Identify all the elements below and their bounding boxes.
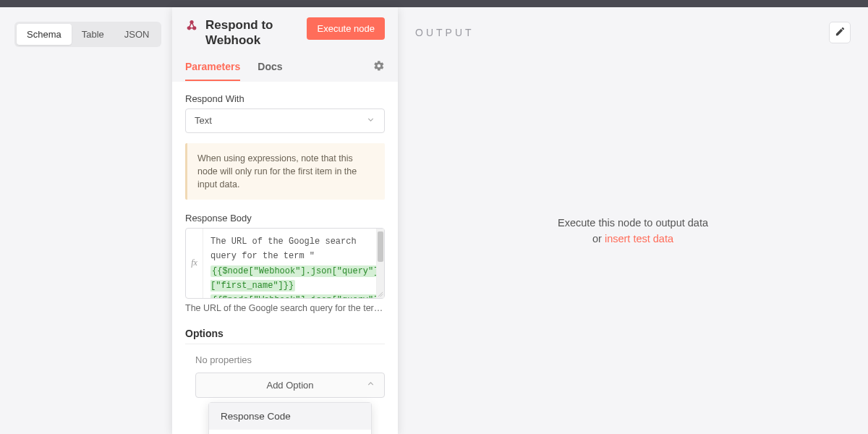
- input-column: Schema Table JSON: [0, 7, 172, 434]
- edit-output-button[interactable]: [829, 22, 851, 43]
- respond-with-label: Respond With: [185, 93, 385, 104]
- option-response-headers[interactable]: Response Headers: [209, 430, 371, 434]
- add-option-label: Add Option: [266, 380, 313, 391]
- expression-token: {{$node["Webhook"].json["query"]: [210, 294, 376, 297]
- resize-handle-icon[interactable]: [376, 290, 383, 297]
- node-edit-panel: Respond to Webhook Execute node Paramete…: [172, 7, 398, 434]
- execute-node-button[interactable]: Execute node: [307, 17, 385, 40]
- add-option-dropdown: Response Code Response Headers: [208, 402, 372, 434]
- respond-with-value: Text: [195, 115, 212, 126]
- tab-parameters[interactable]: Parameters: [185, 61, 240, 81]
- webhook-icon: [185, 19, 198, 32]
- gear-icon[interactable]: [373, 60, 385, 82]
- scrollbar[interactable]: [376, 229, 384, 298]
- chevron-up-icon: [366, 379, 375, 391]
- chevron-down-icon: [366, 115, 375, 127]
- fx-indicator: fx: [186, 229, 203, 298]
- input-view-tabs: Schema Table JSON: [14, 22, 161, 47]
- option-response-code[interactable]: Response Code: [209, 403, 371, 430]
- response-body-preview: The URL of the Google search query for t…: [185, 303, 385, 313]
- tab-table[interactable]: Table: [72, 24, 114, 45]
- empty-or: or: [592, 233, 605, 244]
- expression-token: {{$node["Webhook"].json["query"]["first_…: [210, 265, 376, 292]
- tab-json[interactable]: JSON: [114, 24, 160, 45]
- output-column: OUTPUT Execute this node to output data …: [398, 7, 868, 434]
- panel-header: Respond to Webhook Execute node Paramete…: [172, 7, 398, 82]
- code-content[interactable]: The URL of the Google search query for t…: [203, 229, 376, 298]
- node-title: Respond to Webhook: [205, 17, 299, 48]
- insert-test-data-link[interactable]: insert test data: [605, 233, 673, 244]
- options-heading: Options: [185, 328, 385, 344]
- tab-docs[interactable]: Docs: [258, 61, 282, 81]
- pencil-icon: [835, 26, 846, 40]
- response-body-label: Response Body: [185, 213, 385, 224]
- response-body-editor[interactable]: fx The URL of the Google search query fo…: [185, 228, 385, 299]
- empty-line-1: Execute this node to output data: [558, 216, 708, 231]
- no-properties-text: No properties: [195, 354, 385, 365]
- expression-info-callout: When using expressions, note that this n…: [185, 143, 385, 200]
- code-text: The URL of the Google search query for t…: [210, 237, 357, 261]
- output-title: OUTPUT: [415, 27, 475, 38]
- scrollbar-thumb[interactable]: [378, 231, 383, 262]
- panel-body: Respond With Text When using expressions…: [172, 82, 398, 435]
- add-option-button[interactable]: Add Option: [195, 373, 385, 398]
- respond-with-select[interactable]: Text: [185, 109, 385, 133]
- output-empty-state: Execute this node to output data or inse…: [415, 43, 851, 420]
- tab-schema[interactable]: Schema: [17, 24, 72, 45]
- app-top-bar: [0, 0, 868, 7]
